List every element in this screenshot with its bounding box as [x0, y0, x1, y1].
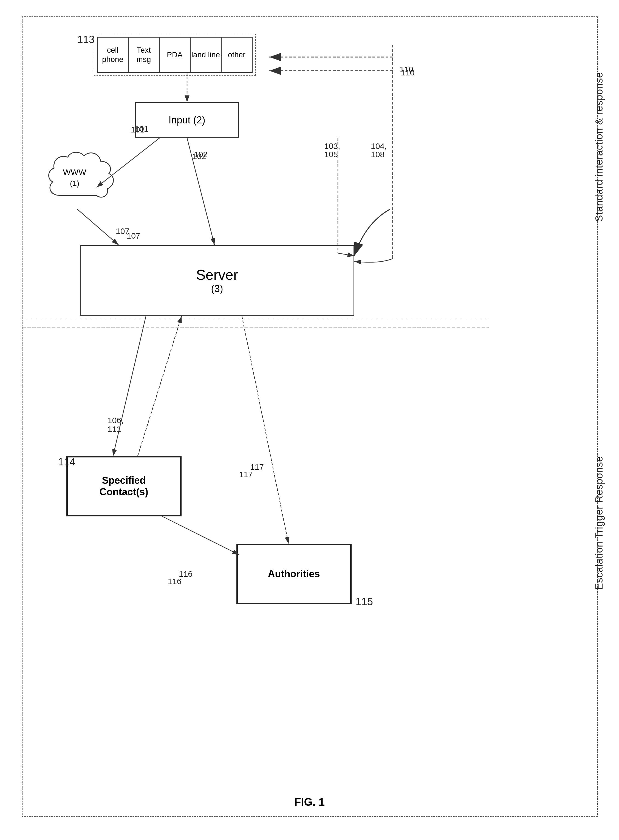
- device-cell-phone: cell phone: [97, 37, 129, 73]
- label-standard-interaction: Standard interaction & response: [594, 72, 605, 221]
- svg-line-15: [138, 316, 182, 456]
- device-other: other: [221, 37, 253, 73]
- num-110: 110: [401, 68, 415, 77]
- www-cloud: WWW (1): [45, 149, 121, 209]
- fig-label: FIG. 1: [294, 796, 325, 808]
- svg-text:WWW: WWW: [63, 167, 87, 176]
- label-115: 115: [356, 596, 373, 608]
- device-text-msg: Text msg: [128, 37, 160, 73]
- svg-text:111: 111: [108, 424, 121, 433]
- server-sub: (3): [211, 283, 223, 294]
- num-101: 101: [135, 124, 149, 133]
- arrows-overlay: 101 102 103, 105 104, 108 107 110 106, 1…: [22, 17, 597, 816]
- num-117: 117: [239, 470, 253, 479]
- svg-line-14: [113, 316, 146, 456]
- input-box: Input (2): [135, 102, 239, 138]
- svg-text:103,: 103,: [324, 142, 340, 151]
- num-107: 107: [127, 231, 141, 241]
- device-land-line: land line: [190, 37, 221, 73]
- device-group: cell phone Text msg PDA land line other: [94, 34, 256, 76]
- contacts-box: Specified Contact(s): [66, 456, 182, 516]
- label-escalation-trigger: Escalation Trigger Response: [594, 456, 605, 590]
- svg-text:106,: 106,: [108, 416, 123, 425]
- server-box: Server (3): [80, 245, 354, 316]
- svg-line-16: [242, 316, 289, 544]
- authorities-box: Authorities: [236, 544, 351, 604]
- svg-text:104,: 104,: [371, 142, 387, 151]
- label-113: 113: [77, 34, 95, 46]
- svg-text:105: 105: [324, 150, 338, 159]
- svg-line-17: [162, 516, 239, 555]
- svg-text:(1): (1): [70, 179, 79, 188]
- num-116: 116: [168, 577, 182, 586]
- server-title: Server: [196, 266, 238, 283]
- label-114: 114: [58, 456, 75, 468]
- num-102: 102: [193, 152, 206, 161]
- diagram-container: Standard interaction & response Escalati…: [22, 16, 598, 817]
- svg-text:108: 108: [371, 150, 384, 159]
- device-pda: PDA: [159, 37, 191, 73]
- svg-line-8: [77, 209, 118, 245]
